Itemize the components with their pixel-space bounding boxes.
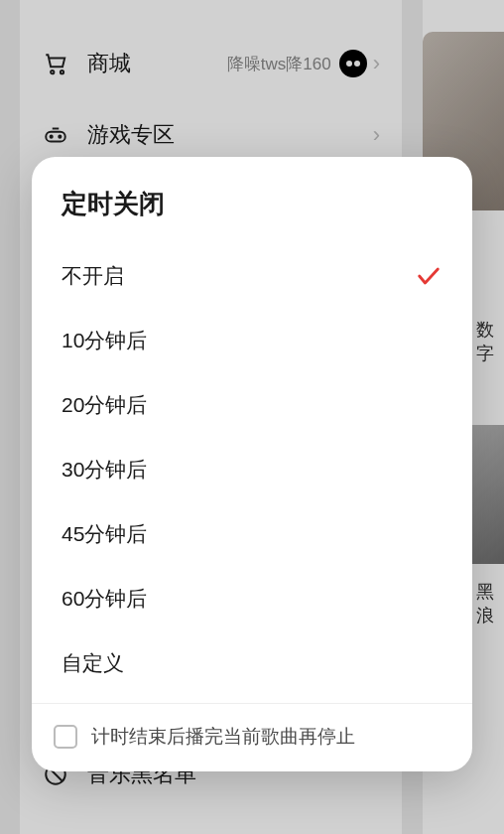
option-label: 30分钟后 bbox=[62, 456, 147, 484]
option-label: 自定义 bbox=[62, 649, 124, 677]
option-label: 不开启 bbox=[62, 262, 124, 290]
timer-option-30[interactable]: 30分钟后 bbox=[32, 437, 472, 501]
check-icon bbox=[415, 262, 442, 290]
option-label: 20分钟后 bbox=[62, 391, 147, 419]
timer-option-60[interactable]: 60分钟后 bbox=[32, 566, 472, 630]
timer-option-off[interactable]: 不开启 bbox=[32, 243, 472, 308]
finish-song-checkbox[interactable] bbox=[54, 725, 77, 749]
timer-option-10[interactable]: 10分钟后 bbox=[32, 308, 472, 372]
timer-option-20[interactable]: 20分钟后 bbox=[32, 372, 472, 437]
finish-song-label: 计时结束后播完当前歌曲再停止 bbox=[91, 724, 355, 750]
modal-footer[interactable]: 计时结束后播完当前歌曲再停止 bbox=[32, 703, 472, 771]
sleep-timer-modal: 定时关闭 不开启 10分钟后 20分钟后 30分钟后 45分钟后 60分钟后 bbox=[32, 157, 472, 771]
timer-option-custom[interactable]: 自定义 bbox=[32, 630, 472, 695]
option-label: 10分钟后 bbox=[62, 327, 147, 354]
option-label: 60分钟后 bbox=[62, 585, 147, 613]
modal-title: 定时关闭 bbox=[62, 187, 442, 221]
timer-option-45[interactable]: 45分钟后 bbox=[32, 501, 472, 566]
modal-options-list: 不开启 10分钟后 20分钟后 30分钟后 45分钟后 60分钟后 自定义 bbox=[32, 239, 472, 703]
modal-header: 定时关闭 bbox=[32, 157, 472, 239]
option-label: 45分钟后 bbox=[62, 520, 147, 548]
